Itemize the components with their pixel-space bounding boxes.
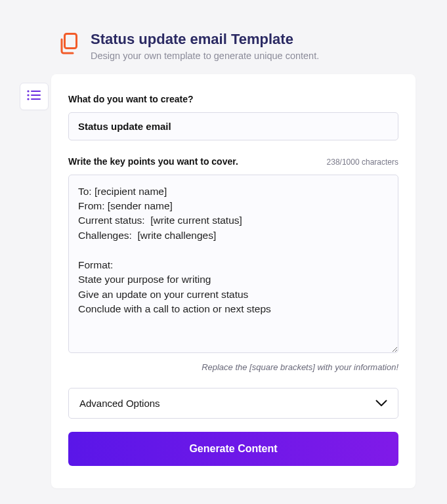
svg-rect-4 <box>31 94 41 96</box>
helper-text: Replace the [square brackets] with your … <box>68 362 398 372</box>
advanced-options-label: Advanced Options <box>79 398 160 409</box>
keypoints-textarea[interactable] <box>68 175 398 353</box>
character-counter: 238/1000 characters <box>327 158 398 167</box>
page-header: Status update email Template Design your… <box>0 0 447 74</box>
chevron-down-icon <box>375 398 387 409</box>
svg-point-3 <box>27 94 29 96</box>
keypoints-label: Write the key points you want to cover. <box>68 156 238 167</box>
svg-point-1 <box>27 90 29 92</box>
keypoints-label-row: Write the key points you want to cover. … <box>68 156 398 167</box>
template-form-card: What do you want to create? Write the ke… <box>51 74 415 488</box>
copy-document-icon <box>59 33 79 58</box>
keypoints-field-group: Write the key points you want to cover. … <box>68 156 398 372</box>
page-subtitle: Design your own template to generate uni… <box>91 51 319 61</box>
svg-rect-0 <box>65 34 77 49</box>
page-title: Status update email Template <box>91 30 319 49</box>
svg-point-5 <box>27 98 29 100</box>
svg-rect-6 <box>31 98 41 100</box>
header-text: Status update email Template Design your… <box>91 30 319 61</box>
advanced-options-toggle[interactable]: Advanced Options <box>68 388 398 419</box>
svg-rect-2 <box>31 91 41 92</box>
sidebar-toggle-button[interactable] <box>20 83 49 110</box>
create-label: What do you want to create? <box>68 94 398 104</box>
create-field-group: What do you want to create? <box>68 94 398 140</box>
generate-content-button[interactable]: Generate Content <box>68 432 398 466</box>
create-input[interactable] <box>68 112 398 140</box>
list-icon <box>27 90 41 103</box>
